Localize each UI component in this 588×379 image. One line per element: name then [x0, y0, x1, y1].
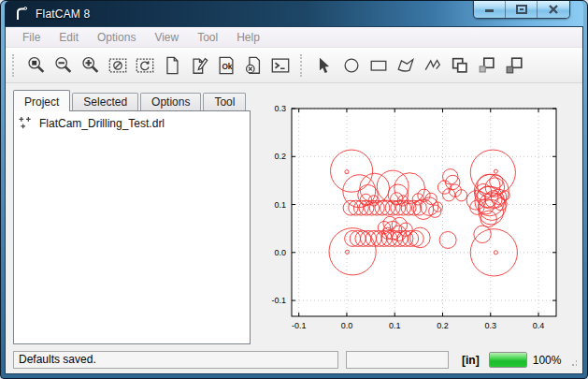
draw-rectangle-icon: [368, 55, 389, 76]
minimize-icon: [484, 5, 495, 13]
select-icon: [314, 55, 335, 76]
copy-objects-icon: [450, 55, 470, 76]
open-project-button[interactable]: [185, 51, 212, 79]
close-button[interactable]: [538, 0, 569, 18]
menu-file[interactable]: File: [13, 28, 50, 47]
open-project-icon: [189, 55, 209, 76]
menu-options[interactable]: Options: [88, 28, 145, 47]
minimize-button[interactable]: [474, 0, 506, 18]
save-project-icon: [216, 55, 237, 76]
zoom-out-button[interactable]: [50, 51, 77, 79]
menu-bar: FileEditOptionsViewToolHelp: [6, 27, 582, 48]
toolbar: [6, 48, 582, 83]
zoom-fit-button[interactable]: [22, 51, 50, 79]
svg-text:-0.1: -0.1: [292, 321, 307, 330]
zoom-in-button[interactable]: [77, 51, 104, 79]
draw-polygon-button[interactable]: [392, 51, 419, 79]
plot-panel: -0.10.00.10.20.30.4-0.10.00.10.20.3: [251, 89, 583, 344]
window-content: FileEditOptionsViewToolHelp ProjectSelec…: [5, 26, 583, 374]
svg-text:0.2: 0.2: [437, 321, 449, 330]
status-message: Defaults saved.: [13, 351, 338, 369]
copy-objects-button[interactable]: [446, 51, 473, 79]
shell-button[interactable]: [266, 51, 294, 79]
zoom-in-icon: [80, 55, 101, 76]
tab-tool[interactable]: Tool: [203, 93, 246, 110]
svg-text:0.0: 0.0: [274, 248, 286, 257]
svg-text:-0.1: -0.1: [271, 296, 286, 305]
tab-bar: ProjectSelectedOptionsTool: [13, 89, 251, 110]
tree-item[interactable]: FlatCam_Drilling_Test.drl: [14, 111, 250, 135]
maximize-button[interactable]: [506, 0, 538, 18]
tab-project[interactable]: Project: [13, 90, 70, 111]
move-objects-icon: [504, 55, 524, 76]
drill-file-icon: [19, 116, 33, 130]
toolbar-drag-handle[interactable]: [12, 54, 18, 77]
status-aux-field: [346, 351, 449, 369]
delete-object-button[interactable]: [239, 51, 266, 79]
replot-button[interactable]: [131, 51, 158, 79]
app-logo-icon: [13, 6, 29, 22]
app-window: FlatCAM 8 FileEditOptionsViewToolHelp Pr…: [0, 0, 588, 379]
svg-text:0.3: 0.3: [274, 104, 286, 113]
replot-icon: [135, 55, 155, 76]
project-tree[interactable]: FlatCam_Drilling_Test.drl: [13, 110, 251, 344]
select-button[interactable]: [310, 51, 337, 79]
toolbar-drag-handle[interactable]: [300, 54, 306, 77]
draw-path-icon: [423, 55, 443, 76]
draw-rectangle-button[interactable]: [365, 51, 392, 79]
copy-geometry-button[interactable]: [473, 51, 500, 79]
toolbar-group: [310, 51, 527, 79]
title-bar[interactable]: FlatCAM 8: [5, 1, 583, 26]
menu-help[interactable]: Help: [227, 28, 269, 47]
tab-selected[interactable]: Selected: [72, 93, 138, 110]
draw-circle-button[interactable]: [337, 51, 365, 79]
menu-tool[interactable]: Tool: [188, 28, 227, 47]
draw-polygon-icon: [395, 55, 416, 76]
window-title: FlatCAM 8: [36, 7, 90, 21]
status-bar: Defaults saved. [in] 100%: [6, 348, 582, 373]
tab-options[interactable]: Options: [140, 93, 201, 110]
toolbar-group: [22, 51, 294, 79]
zoom-fit-icon: [26, 55, 47, 76]
progress-fill: [490, 353, 526, 367]
new-project-button[interactable]: [158, 51, 185, 79]
close-icon: [548, 5, 559, 14]
svg-text:0.2: 0.2: [274, 152, 286, 161]
svg-text:0.1: 0.1: [389, 321, 401, 330]
shell-icon: [270, 55, 291, 76]
new-project-icon: [162, 55, 182, 76]
menu-view[interactable]: View: [145, 28, 188, 47]
move-objects-button[interactable]: [500, 51, 527, 79]
delete-object-icon: [243, 55, 264, 76]
maximize-icon: [516, 5, 527, 14]
svg-text:0.1: 0.1: [274, 200, 286, 210]
save-project-button[interactable]: [212, 51, 239, 79]
draw-path-button[interactable]: [419, 51, 446, 79]
left-panel: ProjectSelectedOptionsTool FlatCam_Drill…: [13, 89, 251, 344]
svg-text:0.3: 0.3: [485, 321, 497, 330]
clear-plot-button[interactable]: [104, 51, 131, 79]
progress-bar: [489, 352, 527, 368]
resize-grip[interactable]: [566, 358, 577, 372]
draw-circle-icon: [341, 55, 362, 76]
plot-canvas[interactable]: -0.10.00.10.20.30.4-0.10.00.10.20.3: [256, 91, 583, 342]
units-indicator[interactable]: [in]: [462, 354, 480, 367]
clear-plot-icon: [108, 55, 128, 76]
tree-item-label: FlatCam_Drilling_Test.drl: [39, 117, 165, 130]
window-controls: [473, 0, 570, 19]
main-area: ProjectSelectedOptionsTool FlatCam_Drill…: [6, 83, 582, 348]
progress-label: 100%: [533, 354, 562, 367]
svg-text:0.4: 0.4: [533, 321, 545, 330]
menu-edit[interactable]: Edit: [50, 28, 88, 47]
copy-geometry-icon: [477, 55, 497, 76]
zoom-out-icon: [53, 55, 74, 76]
svg-text:0.0: 0.0: [341, 321, 353, 330]
